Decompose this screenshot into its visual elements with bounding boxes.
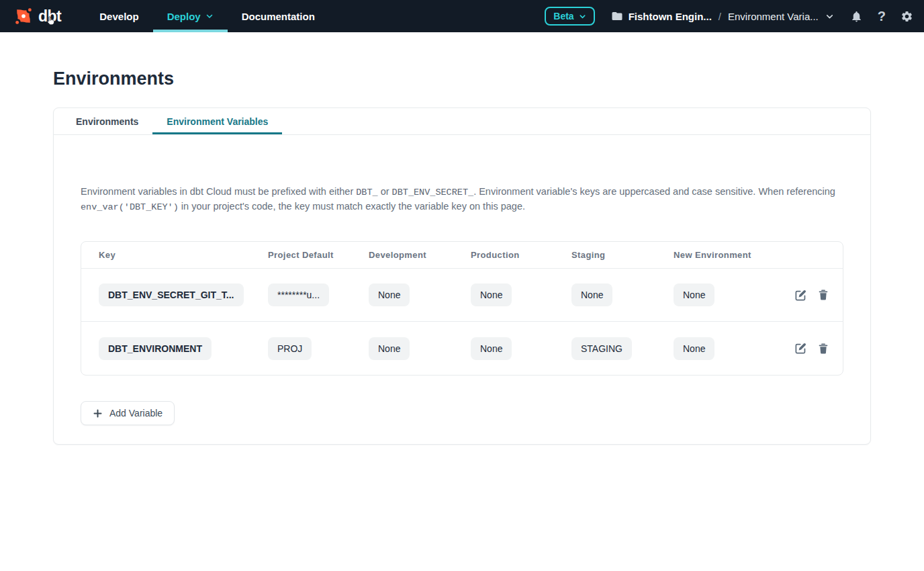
chevron-down-icon [205, 12, 214, 20]
page-title: Environments [53, 69, 871, 89]
nav-label: Documentation [242, 11, 315, 22]
main-content: Environments Environments Environment Va… [0, 69, 924, 445]
column-header-project-default: Project Default [268, 250, 369, 260]
breadcrumb-project-label: Fishtown Engin... [629, 11, 712, 22]
code-snippet: env_var('DBT_KEY') [81, 202, 179, 212]
delete-icon[interactable] [817, 289, 829, 301]
environments-card: Environments Environment Variables Envir… [53, 107, 871, 445]
description-segment: Environment variables in dbt Cloud must … [81, 186, 356, 197]
description-segment: . Environment variable's keys are upperc… [473, 186, 835, 197]
tab-panel: Environment variables in dbt Cloud must … [54, 185, 870, 444]
project-default-pill: ********u... [268, 283, 329, 306]
tab-label: Environments [76, 116, 138, 127]
beta-label: Beta [553, 11, 573, 21]
help-icon[interactable]: ? [878, 9, 886, 23]
column-header-new-environment: New Environment [674, 250, 790, 260]
project-default-pill: PROJ [268, 337, 312, 360]
plus-icon [93, 408, 103, 419]
bell-icon[interactable] [850, 10, 863, 23]
description-segment: or [378, 186, 392, 197]
nav-item-documentation[interactable]: Documentation [228, 0, 329, 32]
column-header-key: Key [99, 250, 268, 260]
new-environment-value-pill: None [674, 283, 714, 306]
chevron-down-icon [825, 12, 834, 21]
row-actions [794, 289, 829, 302]
tab-bar: Environments Environment Variables [54, 108, 870, 135]
delete-icon[interactable] [817, 343, 829, 355]
nav-item-develop[interactable]: Develop [85, 0, 152, 32]
description-text: Environment variables in dbt Cloud must … [81, 185, 843, 214]
beta-dropdown[interactable]: Beta [545, 7, 594, 26]
dbt-logo-icon [13, 6, 34, 26]
development-value-pill: None [369, 337, 410, 360]
production-value-pill: None [471, 337, 512, 360]
variable-key-pill: DBT_ENVIRONMENT [99, 337, 212, 360]
development-value-pill: None [369, 283, 410, 306]
nav-label: Deploy [167, 11, 201, 22]
description-segment: in your project's code, the key must mat… [179, 201, 525, 212]
navbar-right: Beta Fishtown Engin... / Environment Var… [545, 0, 913, 32]
staging-value-pill: None [571, 283, 612, 306]
row-actions [794, 342, 829, 355]
variable-key-pill: DBT_ENV_SECRET_GIT_T... [99, 283, 244, 306]
breadcrumb-page-selector[interactable]: Environment Varia... [728, 11, 834, 22]
gear-icon[interactable] [900, 10, 913, 23]
column-header-staging: Staging [571, 250, 674, 260]
table-row: DBT_ENVIRONMENT PROJ None None STAGING N… [81, 322, 843, 375]
breadcrumb: Fishtown Engin... / Environment Varia... [611, 10, 834, 22]
tab-label: Environment Variables [167, 116, 268, 127]
breadcrumb-separator: / [719, 11, 721, 22]
new-environment-value-pill: None [674, 337, 714, 360]
navbar-icon-group: ? [850, 9, 913, 23]
top-navbar: dbt Develop Deploy Documentation Beta [0, 0, 924, 32]
table-row: DBT_ENV_SECRET_GIT_T... ********u... Non… [81, 269, 843, 322]
brand-wordmark: dbt [38, 9, 61, 24]
column-header-production: Production [471, 250, 571, 260]
folder-icon [611, 10, 623, 22]
add-variable-label: Add Variable [109, 408, 163, 419]
add-variable-button[interactable]: Add Variable [81, 401, 175, 425]
staging-value-pill: STAGING [571, 337, 632, 360]
edit-icon[interactable] [794, 289, 807, 302]
breadcrumb-page-label: Environment Varia... [728, 11, 819, 22]
chevron-down-icon [579, 13, 586, 20]
tab-environments[interactable]: Environments [62, 108, 152, 134]
nav-item-deploy[interactable]: Deploy [153, 0, 228, 32]
dbt-logo[interactable]: dbt [13, 0, 61, 32]
code-snippet: DBT_ [356, 187, 377, 197]
breadcrumb-project[interactable]: Fishtown Engin... [611, 10, 712, 22]
table-header-row: Key Project Default Development Producti… [81, 242, 843, 269]
primary-nav: Develop Deploy Documentation [85, 0, 329, 32]
nav-label: Develop [99, 11, 138, 22]
code-snippet: DBT_ENV_SECRET_ [392, 187, 474, 197]
tab-environment-variables[interactable]: Environment Variables [152, 108, 282, 134]
edit-icon[interactable] [794, 342, 807, 355]
environment-variables-table: Key Project Default Development Producti… [81, 241, 843, 376]
column-header-development: Development [369, 250, 471, 260]
production-value-pill: None [471, 283, 512, 306]
